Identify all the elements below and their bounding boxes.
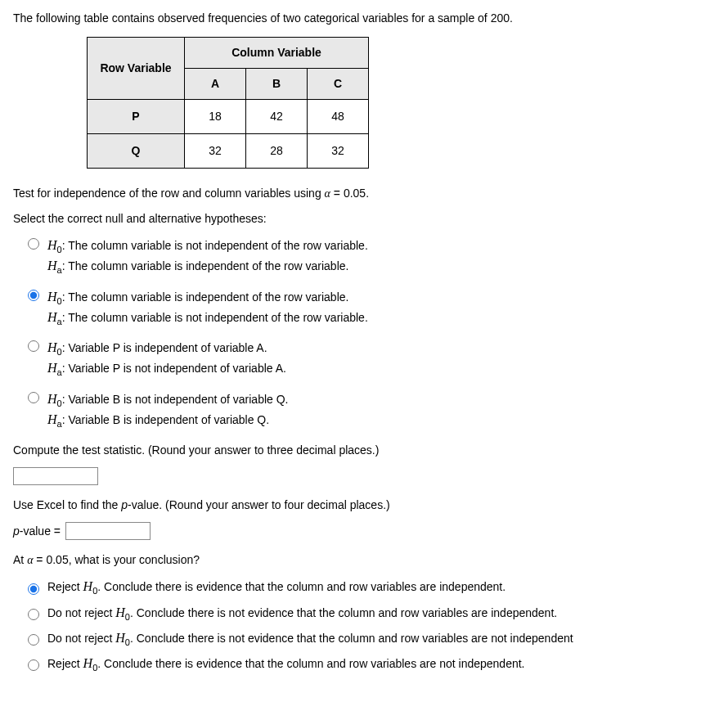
h-symbol: H [47, 412, 57, 426]
hypothesis-option-1[interactable]: H0: The column variable is not independe… [28, 236, 715, 277]
test-pre: Test for independence of the row and col… [13, 187, 325, 200]
option-body: H0: Variable B is not independent of var… [47, 389, 715, 431]
h-symbol: H [47, 238, 57, 252]
cell: 18 [185, 100, 246, 134]
h-symbol: H [47, 290, 57, 304]
concl-post: = 0.05, what is your conclusion? [33, 553, 200, 566]
ha-text: The column variable is not independent o… [68, 311, 368, 324]
concl-pre-text: Do not reject [47, 606, 115, 619]
col-b-header: B [246, 69, 308, 100]
excel-post: -value. (Round your answer to four decim… [128, 498, 390, 511]
frequency-table: Row Variable Column Variable A B C P 18 … [87, 37, 369, 169]
h-symbol: H [47, 340, 57, 354]
h-symbol: H [83, 579, 93, 593]
row-q-header: Q [88, 134, 185, 169]
conclusion-option-1[interactable]: Reject H0. Conclude there is evidence th… [28, 577, 715, 597]
concl-pre-text: Do not reject [47, 632, 115, 645]
radio-hyp-3[interactable] [28, 340, 39, 352]
pvalue-rest: -value = [20, 524, 61, 538]
cell: 48 [308, 100, 369, 134]
test-statistic-input[interactable] [13, 467, 98, 485]
h-symbol: H [47, 392, 57, 406]
cell: 28 [246, 134, 308, 169]
radio-hyp-4[interactable] [28, 392, 39, 403]
conclusion-options: Reject H0. Conclude there is evidence th… [28, 577, 715, 674]
sub-zero: 0 [57, 245, 62, 254]
ha-text: The column variable is independent of th… [68, 259, 348, 272]
h-symbol: H [47, 361, 57, 375]
intro-text: The following table contains observed fr… [13, 10, 715, 27]
sub-zero: 0 [57, 398, 62, 408]
pvalue-input[interactable] [65, 522, 151, 540]
radio-hyp-2[interactable] [28, 290, 39, 301]
column-variable-header: Column Variable [185, 38, 369, 69]
option-body: H0: The column variable is independent o… [47, 287, 715, 329]
excel-pvalue-label: Use Excel to find the p-value. (Round yo… [13, 497, 715, 514]
option-body: Do not reject H0. Conclude there is not … [47, 628, 715, 649]
p-italic: p [121, 498, 128, 511]
table-row: Q 32 28 32 [88, 134, 369, 169]
conclusion-option-4[interactable]: Reject H0. Conclude there is evidence th… [28, 654, 715, 674]
hypothesis-option-3[interactable]: H0: Variable P is independent of variabl… [28, 338, 715, 380]
cell: 42 [246, 100, 308, 134]
col-a-header: A [185, 69, 246, 100]
row-p-header: P [88, 100, 185, 134]
h0-text: Variable P is independent of variable A. [68, 341, 267, 354]
cell: 32 [308, 134, 369, 169]
radio-concl-2[interactable] [28, 609, 39, 620]
pvalue-label: p-value = [13, 523, 61, 540]
concl-post-text: . Conclude there is evidence that the co… [97, 580, 506, 593]
sub-a: a [57, 367, 62, 377]
concl-pre-text: Reject [47, 580, 83, 593]
test-eq: = 0.05. [330, 187, 369, 200]
h0-text: Variable B is not independent of variabl… [68, 393, 288, 406]
row-variable-header: Row Variable [88, 38, 185, 100]
concl-pre: At [13, 553, 27, 566]
radio-hyp-1[interactable] [28, 238, 39, 250]
option-body: H0: The column variable is not independe… [47, 236, 715, 277]
option-body: Reject H0. Conclude there is evidence th… [47, 654, 715, 674]
hypothesis-option-2[interactable]: H0: The column variable is independent o… [28, 287, 715, 329]
h-symbol: H [115, 631, 125, 645]
conclusion-question: At α = 0.05, what is your conclusion? [13, 551, 715, 569]
conclusion-option-3[interactable]: Do not reject H0. Conclude there is not … [28, 628, 715, 649]
hypothesis-options: H0: The column variable is not independe… [28, 236, 715, 430]
alpha-symbol: α [325, 187, 330, 200]
h0-text: The column variable is independent of th… [68, 290, 348, 304]
excel-pre: Use Excel to find the [13, 498, 121, 511]
compute-test-stat-label: Compute the test statistic. (Round your … [13, 442, 715, 459]
conclusion-option-2[interactable]: Do not reject H0. Conclude there is not … [28, 603, 715, 623]
select-hypotheses-label: Select the correct null and alternative … [13, 210, 715, 227]
sub-a: a [57, 419, 62, 429]
ha-text: Variable P is not independent of variabl… [68, 362, 285, 375]
h0-text: The column variable is not independent o… [68, 239, 368, 252]
concl-pre-text: Reject [47, 657, 83, 670]
concl-post-text: . Conclude there is evidence that the co… [97, 657, 524, 670]
concl-post-text: . Conclude there is not evidence that th… [130, 606, 557, 619]
sub-zero: 0 [57, 347, 62, 357]
col-c-header: C [308, 69, 369, 100]
test-instruction: Test for independence of the row and col… [13, 185, 715, 202]
table-row: P 18 42 48 [88, 100, 369, 134]
p-italic: p [13, 524, 20, 538]
option-body: Reject H0. Conclude there is evidence th… [47, 577, 715, 597]
sub-a: a [57, 265, 62, 275]
radio-concl-3[interactable] [28, 634, 39, 646]
hypothesis-option-4[interactable]: H0: Variable B is not independent of var… [28, 389, 715, 431]
concl-post-text: . Conclude there is not evidence that th… [130, 632, 573, 645]
radio-concl-1[interactable] [28, 583, 39, 595]
ha-text: Variable B is independent of variable Q. [68, 413, 269, 426]
cell: 32 [185, 134, 246, 169]
radio-concl-4[interactable] [28, 659, 39, 671]
option-body: Do not reject H0. Conclude there is not … [47, 603, 715, 623]
h-symbol: H [47, 310, 57, 324]
h-symbol: H [47, 259, 57, 272]
sub-zero: 0 [57, 295, 62, 305]
h-symbol: H [83, 656, 93, 670]
sub-a: a [57, 317, 62, 326]
option-body: H0: Variable P is independent of variabl… [47, 338, 715, 380]
h-symbol: H [115, 605, 125, 619]
